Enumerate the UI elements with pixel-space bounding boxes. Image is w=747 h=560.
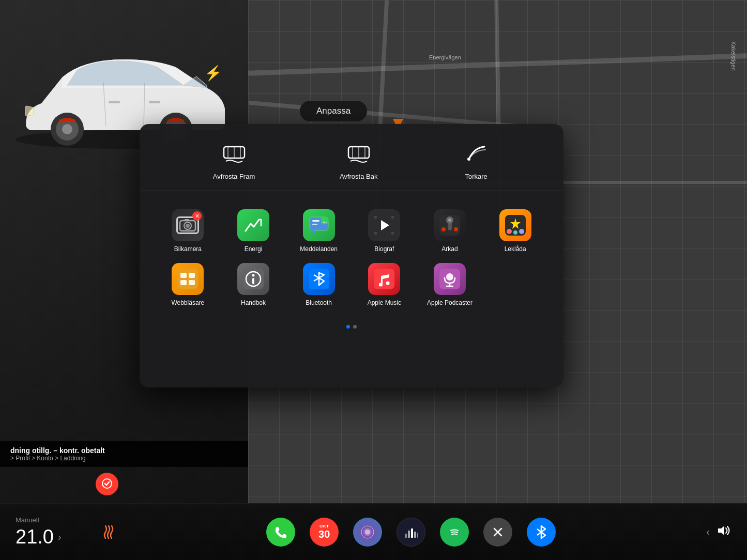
app-handbok[interactable]: Handbok [221, 258, 286, 312]
app-leklada[interactable]: Leklåda [482, 204, 548, 258]
camera-badge: ✕ [192, 211, 202, 221]
lightning-icon: ⚡ [204, 65, 222, 82]
arkad-icon [434, 209, 466, 241]
bilkamera-icon: ✕ [172, 209, 204, 241]
svg-rect-55 [252, 278, 254, 284]
svg-rect-70 [408, 531, 410, 538]
manuell-label: Manuell [16, 516, 39, 524]
svg-rect-20 [180, 221, 195, 231]
svg-rect-71 [411, 528, 413, 538]
svg-rect-10 [149, 101, 160, 103]
dot-1[interactable] [346, 325, 350, 329]
media-button[interactable] [397, 518, 425, 547]
svg-marker-79 [718, 526, 724, 535]
svg-point-63 [446, 273, 453, 281]
notification-subtitle: > Profil > Konto > Laddning [10, 455, 238, 462]
controls-row: Avfrosta Fram Avfrosta Bak [140, 124, 563, 191]
spotify-button[interactable] [440, 518, 469, 547]
webblasare-icon [172, 263, 204, 295]
bilkamera-label: Bilkamera [174, 245, 202, 253]
app-arkad[interactable]: Arkad [417, 204, 483, 258]
app-apple-podcaster[interactable]: Apple Podcaster [417, 258, 483, 312]
torkare-button[interactable]: Torkare [462, 139, 490, 180]
apple-music-icon [368, 263, 400, 295]
svg-rect-48 [180, 273, 187, 278]
app-biograf[interactable]: Biograf [352, 204, 417, 258]
arkad-label: Arkad [441, 245, 458, 253]
avfrosta-bak-label: Avfrosta Bak [340, 173, 377, 180]
svg-rect-26 [312, 220, 319, 222]
temp-value: 21.0 [16, 526, 54, 548]
torkare-label: Torkare [465, 173, 487, 180]
bluetooth-taskbar-button[interactable] [527, 518, 556, 547]
svg-point-39 [441, 227, 446, 231]
volume-icon[interactable] [717, 525, 731, 539]
taskbar: Manuell 21.0 › OKT 30 [0, 503, 747, 560]
svg-rect-35 [391, 232, 394, 235]
leklada-icon [499, 209, 531, 241]
svg-point-44 [507, 229, 512, 234]
avfrosta-fram-button[interactable]: Avfrosta Fram [213, 139, 255, 180]
svg-rect-23 [185, 219, 189, 221]
meddelanden-label: Meddelanden [300, 245, 338, 253]
calendar-button[interactable]: OKT 30 [310, 518, 339, 547]
empty-icon [499, 263, 531, 295]
phone-button[interactable] [266, 518, 295, 547]
pagination-dots [140, 325, 563, 335]
svg-point-21 [184, 222, 191, 229]
apps-grid: ✕ Bilkamera Energi [140, 191, 563, 325]
handbok-label: Handbok [241, 299, 266, 306]
podcaster-icon [434, 263, 466, 295]
close-button[interactable] [483, 518, 512, 547]
svg-point-46 [519, 229, 524, 234]
svg-rect-34 [391, 216, 394, 219]
map-label: Kakelstigen [730, 41, 737, 71]
calendar-date: 30 [318, 528, 330, 540]
app-bluetooth[interactable]: Bluetooth [286, 258, 352, 312]
apple-music-label: Apple Music [368, 299, 401, 306]
svg-point-3 [62, 124, 72, 134]
notification-title: dning otillg. – kontr. obetalt [10, 446, 238, 455]
svg-rect-49 [189, 273, 195, 278]
defrost-front-icon [220, 139, 248, 167]
svg-point-54 [252, 274, 254, 277]
app-empty [482, 258, 548, 312]
dot-2[interactable] [353, 325, 357, 329]
app-meddelanden[interactable]: ... Meddelanden [286, 204, 352, 258]
defrost-rear-icon [345, 139, 373, 167]
seatbelt-button[interactable] [96, 473, 118, 495]
handbok-icon [237, 263, 269, 295]
app-bilkamera[interactable]: ✕ Bilkamera [155, 204, 221, 258]
biograf-icon [368, 209, 400, 241]
svg-text:...: ... [322, 218, 327, 224]
svg-rect-33 [374, 232, 377, 235]
bluetooth-label: Bluetooth [306, 299, 332, 306]
app-apple-music[interactable]: Apple Music [352, 258, 417, 312]
avfrosta-bak-button[interactable]: Avfrosta Bak [340, 139, 377, 180]
biograf-label: Biograf [374, 245, 394, 253]
svg-rect-27 [312, 224, 317, 225]
svg-rect-59 [374, 269, 394, 289]
meddelanden-icon: ... [303, 209, 335, 241]
taskbar-left-section: Manuell 21.0 › [16, 516, 93, 548]
temperature-display: 21.0 › [16, 526, 62, 548]
heat-control[interactable] [101, 524, 116, 540]
anpassa-button[interactable]: Anpassa [300, 101, 367, 121]
svg-rect-9 [109, 101, 120, 103]
svg-rect-32 [374, 216, 377, 219]
back-chevron[interactable]: ‹ [706, 526, 710, 538]
svg-point-68 [365, 530, 370, 535]
svg-point-61 [386, 282, 390, 285]
webblasare-label: Webbläsare [171, 299, 204, 306]
svg-rect-50 [180, 280, 187, 285]
svg-point-40 [454, 227, 458, 231]
taskbar-icons: OKT 30 [116, 518, 706, 547]
svg-rect-72 [414, 532, 416, 538]
svg-rect-73 [417, 533, 418, 538]
notification-bar: dning otillg. – kontr. obetalt > Profil … [0, 441, 248, 467]
svg-point-60 [379, 283, 383, 287]
siri-button[interactable] [353, 518, 382, 547]
map-label-energivagen: Energivägen [429, 54, 461, 60]
app-energi[interactable]: Energi [221, 204, 286, 258]
app-webblasare[interactable]: Webbläsare [155, 258, 221, 312]
